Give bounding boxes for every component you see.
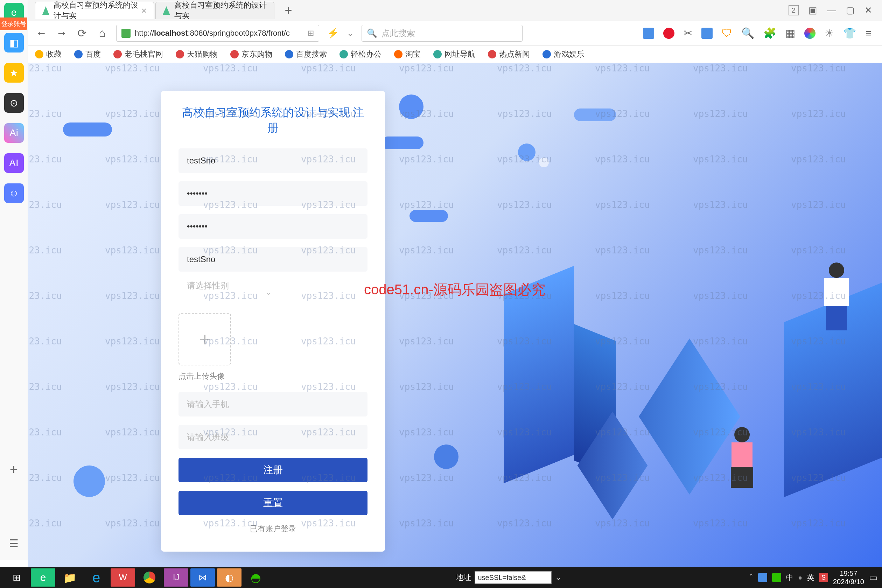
- bookmark-nav[interactable]: 网址导航: [433, 49, 475, 60]
- register-button[interactable]: 注册: [178, 458, 368, 482]
- puzzle-icon[interactable]: 🧩: [764, 27, 776, 39]
- reset-button[interactable]: 重置: [178, 491, 368, 515]
- new-tab-button[interactable]: +: [281, 3, 296, 18]
- notifications-icon[interactable]: ▭: [869, 572, 878, 583]
- figure-woman: [728, 427, 756, 497]
- login-link[interactable]: 已有账户登录: [178, 524, 368, 534]
- sidebar-app-2[interactable]: ★: [4, 63, 24, 82]
- shield2-icon[interactable]: 🛡: [722, 27, 732, 39]
- mail-icon[interactable]: [643, 28, 654, 39]
- zoom-icon[interactable]: 🔍: [741, 27, 754, 39]
- addr-input[interactable]: [475, 571, 552, 584]
- vue-icon: [42, 6, 50, 15]
- ime-zh[interactable]: 中: [786, 573, 793, 582]
- sidebar-app-5[interactable]: AI: [4, 153, 24, 173]
- close-icon[interactable]: ×: [141, 5, 147, 16]
- sidebar-menu[interactable]: ☰: [4, 533, 24, 553]
- register-form-card: 高校自习室预约系统的设计与实现 注册 请选择性别 ⌄ + 点击上传头像 注册 重…: [161, 91, 385, 552]
- url-rest: :8080/springboot0px78/front/c: [188, 29, 290, 38]
- name-input[interactable]: [178, 247, 368, 272]
- theme-icon[interactable]: ☀: [825, 27, 834, 39]
- maximize-icon[interactable]: ▢: [846, 5, 855, 16]
- menu-icon[interactable]: ≡: [865, 27, 872, 39]
- dropdown-icon[interactable]: ⌄: [347, 28, 354, 38]
- figure-man: [822, 262, 850, 333]
- tb-idea[interactable]: IJ: [164, 568, 188, 586]
- sidebar-app-1[interactable]: ◧: [4, 33, 24, 52]
- login-badge[interactable]: 登录账号: [0, 18, 27, 30]
- upload-label: 点击上传头像: [178, 371, 368, 381]
- bookmark-game[interactable]: 游戏娱乐: [543, 49, 585, 60]
- flash-icon[interactable]: ⚡: [327, 27, 339, 39]
- weibo-icon[interactable]: [663, 28, 675, 39]
- tb-explorer[interactable]: 📁: [57, 568, 82, 586]
- chevron-down-icon[interactable]: ⌄: [555, 573, 561, 582]
- bookmark-lmt[interactable]: 老毛桃官网: [113, 49, 163, 60]
- bm-icon: [394, 50, 402, 58]
- bookmark-office[interactable]: 轻松办公: [339, 49, 381, 60]
- clock-date[interactable]: 2024/9/10: [833, 578, 864, 586]
- address-bar[interactable]: http:// localhost :8080/springboot0px78/…: [116, 25, 319, 42]
- bm-icon: [339, 50, 348, 58]
- translate-icon[interactable]: [701, 28, 712, 39]
- color-icon[interactable]: [804, 28, 816, 39]
- tb-360[interactable]: e: [31, 568, 55, 586]
- window-count[interactable]: 2: [789, 5, 799, 15]
- password-confirm-input[interactable]: [178, 214, 368, 239]
- ime-en[interactable]: 英: [807, 573, 814, 582]
- bookmark-jd[interactable]: 京东购物: [230, 49, 272, 60]
- gender-select[interactable]: 请选择性别 ⌄: [178, 280, 280, 304]
- bubble-deco: [539, 158, 549, 167]
- bookmark-fav[interactable]: 收藏: [35, 49, 62, 60]
- home-button[interactable]: ⌂: [96, 27, 108, 39]
- bookmark-taobao[interactable]: 淘宝: [394, 49, 421, 60]
- tb-wps[interactable]: W: [111, 568, 135, 586]
- sidebar-add[interactable]: +: [10, 462, 18, 477]
- bm-icon: [488, 50, 496, 58]
- tray-icon[interactable]: [758, 573, 767, 582]
- sidebar-app-6[interactable]: ☺: [4, 183, 24, 203]
- bookmark-news[interactable]: 热点新闻: [488, 49, 530, 60]
- phone-input[interactable]: [178, 392, 368, 417]
- tab-inactive[interactable]: 高校自习室预约系统的设计与实: [155, 2, 274, 19]
- star-icon: [35, 50, 44, 58]
- tb-app[interactable]: ◐: [217, 568, 242, 586]
- watermark-center: code51.cn-源码乐园盗图必究: [364, 280, 545, 299]
- reload-button[interactable]: ⟳: [76, 27, 88, 39]
- tray-dot[interactable]: ●: [798, 574, 802, 582]
- bookmark-bdsearch[interactable]: 百度搜索: [285, 49, 327, 60]
- sidebar-app-3[interactable]: ⊙: [4, 93, 24, 113]
- bookmark-baidu[interactable]: 百度: [74, 49, 101, 60]
- tb-edge[interactable]: e: [84, 568, 108, 586]
- clock-time[interactable]: 19:57: [833, 569, 864, 578]
- start-button[interactable]: ⊞: [4, 568, 29, 586]
- tb-chrome[interactable]: [137, 568, 162, 586]
- avatar-upload[interactable]: +: [178, 313, 231, 365]
- search-input[interactable]: 🔍 点此搜索: [362, 25, 522, 42]
- sno-input[interactable]: [178, 148, 368, 173]
- close-window-icon[interactable]: ✕: [864, 5, 872, 16]
- password-input[interactable]: [178, 181, 368, 206]
- tab-active[interactable]: 高校自习室预约系统的设计与实 ×: [35, 2, 154, 19]
- scissors-icon[interactable]: ✂: [684, 27, 692, 39]
- addr-label: 地址: [456, 572, 471, 583]
- sidebar-app-4[interactable]: Ai: [4, 123, 24, 143]
- minimize-icon[interactable]: —: [827, 5, 836, 16]
- back-button[interactable]: ←: [35, 27, 48, 39]
- tray-wechat-icon[interactable]: [772, 573, 781, 582]
- bookmark-tmall[interactable]: 天猫购物: [176, 49, 218, 60]
- tray-sogou-icon[interactable]: S: [819, 573, 828, 582]
- cloud-deco: [410, 210, 448, 222]
- tray-up-icon[interactable]: ˄: [749, 573, 753, 582]
- skin-icon[interactable]: 👕: [843, 27, 856, 39]
- bm-icon: [285, 50, 293, 58]
- qr-icon[interactable]: ⊞: [308, 29, 314, 38]
- grid-icon[interactable]: ▦: [785, 27, 795, 39]
- class-input[interactable]: [178, 425, 368, 449]
- page-content: 高校自习室预约系统的设计与实现 注册 请选择性别 ⌄ + 点击上传头像 注册 重…: [28, 63, 882, 567]
- tb-wechat[interactable]: ◓: [244, 568, 268, 586]
- bubble-deco: [399, 94, 423, 119]
- forward-button[interactable]: →: [55, 27, 68, 39]
- extension-icon[interactable]: ▣: [808, 5, 817, 16]
- tb-vscode[interactable]: ⋈: [190, 568, 215, 586]
